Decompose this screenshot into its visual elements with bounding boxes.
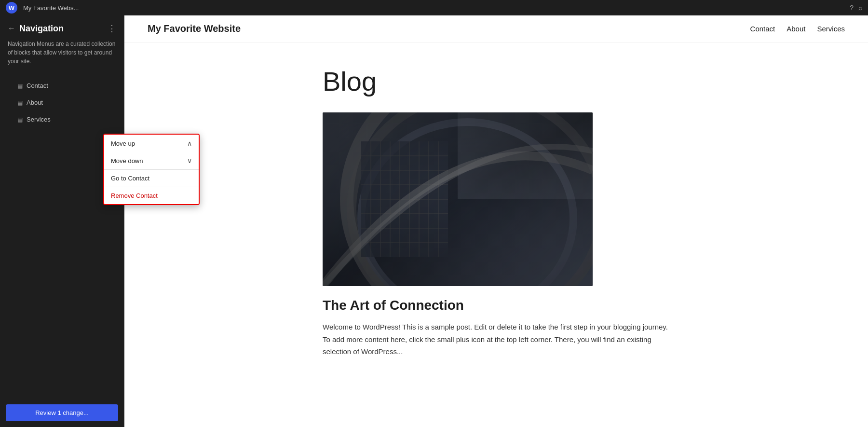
context-menu: Move up ∧ Move down ∨ Go to Contact Remo…: [103, 134, 200, 205]
blog-content: Blog: [265, 42, 728, 381]
building-svg: [323, 112, 593, 286]
site-nav-about[interactable]: About: [787, 25, 805, 33]
nav-item-about-label: About: [27, 99, 43, 106]
site-nav: Contact About Services: [750, 25, 845, 33]
context-menu-move-down[interactable]: Move down ∨: [104, 152, 199, 169]
nav-item-contact[interactable]: ▤ Contact ⋮: [0, 77, 124, 94]
sidebar: ← Navigation ⋮ Navigation Menus are a cu…: [0, 15, 124, 427]
go-to-contact-label: Go to Contact: [111, 175, 149, 182]
sidebar-header: ← Navigation ⋮: [0, 15, 124, 38]
move-up-arrow-icon: ∧: [187, 139, 192, 147]
review-button-container: Review 1 change...: [0, 399, 124, 427]
move-down-arrow-icon: ∨: [187, 157, 192, 165]
site-name: My Favorite Website: [148, 23, 241, 34]
admin-bar-icons: ? ⌕: [850, 4, 862, 12]
wp-logo[interactable]: W: [6, 2, 17, 14]
blog-post-title: The Art of Connection: [323, 298, 670, 313]
site-nav-contact[interactable]: Contact: [750, 25, 775, 33]
sidebar-title: Navigation: [19, 24, 64, 34]
search-icon[interactable]: ⌕: [858, 4, 862, 12]
context-menu-move-up[interactable]: Move up ∧: [104, 135, 199, 152]
content-area: My Favorite Website Contact About Servic…: [124, 15, 868, 427]
nav-item-about[interactable]: ▤ About ⋮: [0, 94, 124, 111]
move-down-label: Move down: [111, 157, 143, 165]
nav-item-services[interactable]: ▤ Services ⋮: [0, 111, 124, 128]
sidebar-header-left: ← Navigation: [8, 24, 64, 34]
back-button[interactable]: ←: [8, 24, 15, 33]
nav-item-services-label: Services: [27, 116, 51, 123]
svg-rect-21: [323, 112, 593, 286]
main-layout: ← Navigation ⋮ Navigation Menus are a cu…: [0, 15, 868, 427]
sidebar-description: Navigation Menus are a curated collectio…: [0, 38, 124, 73]
site-nav-services[interactable]: Services: [817, 25, 845, 33]
nav-item-about-icon: ▤: [17, 99, 23, 106]
help-icon[interactable]: ?: [850, 4, 854, 12]
site-header: My Favorite Website Contact About Servic…: [124, 15, 868, 42]
blog-page-title: Blog: [323, 66, 670, 97]
admin-bar: W My Favorite Webs... ? ⌕: [0, 0, 868, 15]
nav-item-contact-label: Contact: [27, 82, 48, 89]
admin-bar-site-title: My Favorite Webs...: [23, 4, 79, 12]
sidebar-more-button[interactable]: ⋮: [108, 23, 116, 34]
remove-contact-label: Remove Contact: [111, 192, 158, 199]
blog-featured-image: [323, 112, 593, 286]
context-menu-go-to-contact[interactable]: Go to Contact: [104, 170, 199, 187]
review-button[interactable]: Review 1 change...: [6, 404, 118, 421]
nav-item-services-icon: ▤: [17, 116, 23, 123]
context-menu-remove-contact[interactable]: Remove Contact: [104, 187, 199, 204]
nav-item-contact-icon: ▤: [17, 83, 23, 89]
blog-post-excerpt: Welcome to WordPress! This is a sample p…: [323, 321, 670, 358]
move-up-label: Move up: [111, 140, 135, 147]
